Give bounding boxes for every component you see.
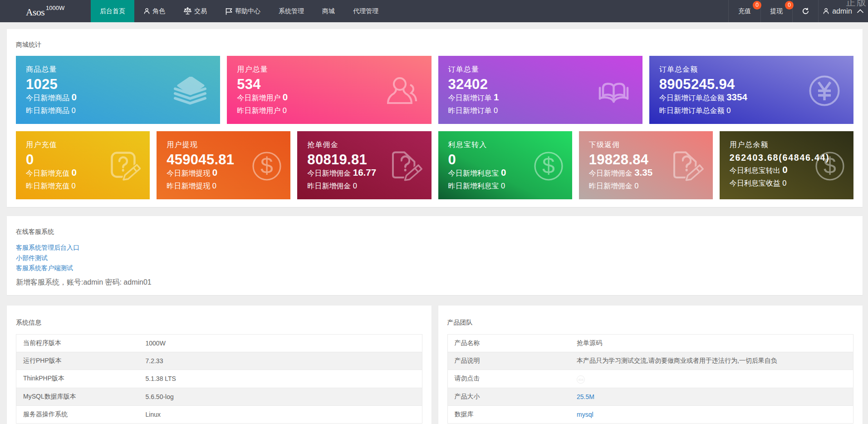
svg-text:$: $ bbox=[824, 153, 836, 178]
svg-text:$: $ bbox=[542, 153, 555, 178]
svg-text:$: $ bbox=[260, 153, 273, 178]
